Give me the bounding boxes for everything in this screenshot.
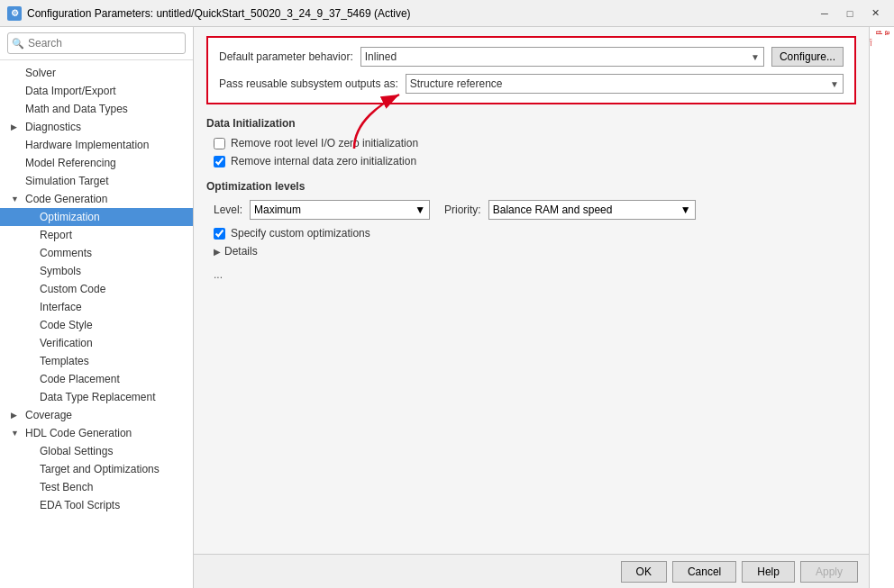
sidebar-item-report[interactable]: Report	[0, 226, 193, 244]
sidebar-item-label: Optimization	[40, 211, 100, 223]
sidebar-item-label: Verification	[40, 337, 93, 349]
sidebar-item-label: Global Settings	[40, 445, 113, 457]
far-right-text: atl新mittzaonofgrck0	[870, 27, 894, 47]
level-select[interactable]: Maximum ▼	[250, 200, 430, 220]
bottom-bar: OK Cancel Help Apply	[194, 554, 869, 588]
sidebar-item-diagnostics[interactable]: ▶ Diagnostics	[0, 118, 193, 136]
expand-icon: ▼	[11, 429, 22, 438]
remove-root-io-label: Remove root level I/O zero initializatio…	[231, 137, 418, 149]
sidebar-item-test-bench[interactable]: Test Bench	[0, 478, 193, 496]
sidebar-item-code-generation[interactable]: ▼ Code Generation	[0, 190, 193, 208]
sidebar-item-hdl-code-gen[interactable]: ▼ HDL Code Generation	[0, 424, 193, 442]
remove-internal-label: Remove internal data zero initialization	[231, 155, 416, 167]
sidebar-item-label: Templates	[40, 355, 89, 367]
sidebar-item-label: Data Type Replacement	[40, 391, 156, 403]
sidebar-item-label: Math and Data Types	[25, 103, 128, 115]
param-behavior-select[interactable]: Inlined ▼	[360, 47, 764, 67]
sidebar-item-label: EDA Tool Scripts	[40, 499, 120, 511]
sidebar-item-verification[interactable]: Verification	[0, 334, 193, 352]
priority-value: Balance RAM and speed	[493, 204, 613, 216]
specify-custom-row: Specify custom optimizations	[206, 227, 856, 240]
sidebar-item-label: Coverage	[25, 409, 72, 421]
app-icon: ⚙	[7, 6, 22, 21]
sidebar-item-label: Comments	[40, 247, 92, 259]
sidebar-item-global-settings[interactable]: Global Settings	[0, 442, 193, 460]
apply-button[interactable]: Apply	[800, 561, 858, 583]
sidebar-item-custom-code[interactable]: Custom Code	[0, 280, 193, 298]
sidebar-item-simulation-target[interactable]: Simulation Target	[0, 172, 193, 190]
ellipsis-text: ...	[206, 268, 856, 281]
sidebar-item-label: Model Referencing	[25, 157, 116, 169]
content-area: Default parameter behavior: Inlined ▼ Co…	[194, 27, 869, 554]
priority-select[interactable]: Balance RAM and speed ▼	[488, 200, 696, 220]
sidebar-item-data-type-replacement[interactable]: Data Type Replacement	[0, 388, 193, 406]
expand-icon: ▼	[11, 194, 22, 204]
minimize-button[interactable]: ─	[813, 4, 836, 23]
sidebar-item-math-data-types[interactable]: Math and Data Types	[0, 100, 193, 118]
expand-icon: ▶	[11, 411, 22, 420]
sidebar-item-templates[interactable]: Templates	[0, 352, 193, 370]
far-right-panel: atl新mittzaonofgrck0	[869, 27, 894, 588]
sidebar-item-optimization[interactable]: Optimization	[0, 208, 193, 226]
sidebar-item-target-optimizations[interactable]: Target and Optimizations	[0, 460, 193, 478]
sidebar-item-interface[interactable]: Interface	[0, 298, 193, 316]
sidebar-item-solver[interactable]: Solver	[0, 64, 193, 82]
level-dropdown-arrow-icon: ▼	[415, 204, 425, 216]
window-title: Configuration Parameters: untitled/Quick…	[27, 7, 411, 20]
search-icon: 🔍	[12, 38, 24, 50]
sidebar-item-label: Simulation Target	[25, 175, 109, 187]
sidebar-item-label: HDL Code Generation	[25, 427, 132, 439]
sidebar-item-label: Custom Code	[40, 283, 105, 295]
level-value: Maximum	[254, 204, 301, 216]
remove-internal-checkbox[interactable]	[214, 156, 225, 167]
remove-root-io-checkbox[interactable]	[214, 138, 225, 149]
sidebar-item-symbols[interactable]: Symbols	[0, 262, 193, 280]
sidebar: 🔍 Solver Data Import/Export Math and Dat…	[0, 27, 194, 588]
pass-subsystem-select[interactable]: Structure reference ▼	[406, 74, 844, 94]
sidebar-item-label: Report	[40, 229, 72, 241]
sidebar-item-label: Hardware Implementation	[25, 139, 149, 151]
param-behavior-value: Inlined	[365, 50, 397, 63]
titlebar-left: ⚙ Configuration Parameters: untitled/Qui…	[7, 6, 411, 21]
highlight-box: Default parameter behavior: Inlined ▼ Co…	[206, 36, 856, 104]
priority-label: Priority:	[444, 204, 481, 216]
sidebar-item-eda-tool-scripts[interactable]: EDA Tool Scripts	[0, 496, 193, 514]
sidebar-item-comments[interactable]: Comments	[0, 244, 193, 262]
param-behavior-label: Default parameter behavior:	[219, 50, 353, 63]
titlebar: ⚙ Configuration Parameters: untitled/Qui…	[0, 0, 894, 27]
remove-root-io-row: Remove root level I/O zero initializatio…	[206, 137, 856, 149]
cancel-button[interactable]: Cancel	[672, 561, 736, 583]
help-button[interactable]: Help	[742, 561, 795, 583]
sidebar-item-model-referencing[interactable]: Model Referencing	[0, 154, 193, 172]
pass-subsystem-value: Structure reference	[410, 77, 503, 90]
sidebar-item-label: Solver	[25, 67, 56, 79]
sidebar-item-data-import-export[interactable]: Data Import/Export	[0, 82, 193, 100]
pass-subsystem-label: Pass reusable subsystem outputs as:	[219, 77, 398, 90]
search-input[interactable]	[7, 32, 186, 54]
sidebar-item-coverage[interactable]: ▶ Coverage	[0, 406, 193, 424]
search-wrapper: 🔍	[7, 32, 186, 54]
sidebar-item-hardware-impl[interactable]: Hardware Implementation	[0, 136, 193, 154]
param-behavior-row: Default parameter behavior: Inlined ▼ Co…	[219, 47, 844, 67]
pass-subsystem-row: Pass reusable subsystem outputs as: Stru…	[219, 74, 844, 94]
sidebar-item-label: Code Style	[40, 319, 93, 331]
close-button[interactable]: ✕	[863, 4, 887, 23]
priority-dropdown-arrow-icon: ▼	[680, 204, 691, 216]
level-row: Level: Maximum ▼ Priority: Balance RAM a…	[206, 200, 856, 220]
details-label[interactable]: Details	[224, 245, 258, 258]
ok-button[interactable]: OK	[621, 561, 667, 583]
opt-levels-title: Optimization levels	[206, 180, 856, 193]
search-box: 🔍	[0, 27, 193, 60]
sidebar-item-label: Interface	[40, 301, 82, 313]
sidebar-item-label: Test Bench	[40, 481, 93, 493]
sidebar-item-label: Symbols	[40, 265, 81, 277]
sidebar-item-label: Diagnostics	[25, 121, 81, 133]
expand-icon: ▶	[11, 122, 22, 131]
sidebar-item-code-style[interactable]: Code Style	[0, 316, 193, 334]
maximize-button[interactable]: □	[838, 4, 862, 23]
sidebar-item-label: Target and Optimizations	[40, 463, 160, 475]
specify-custom-checkbox[interactable]	[214, 228, 225, 240]
sidebar-item-code-placement[interactable]: Code Placement	[0, 370, 193, 388]
configure-button[interactable]: Configure...	[771, 47, 844, 67]
sidebar-tree: Solver Data Import/Export Math and Data …	[0, 60, 193, 588]
